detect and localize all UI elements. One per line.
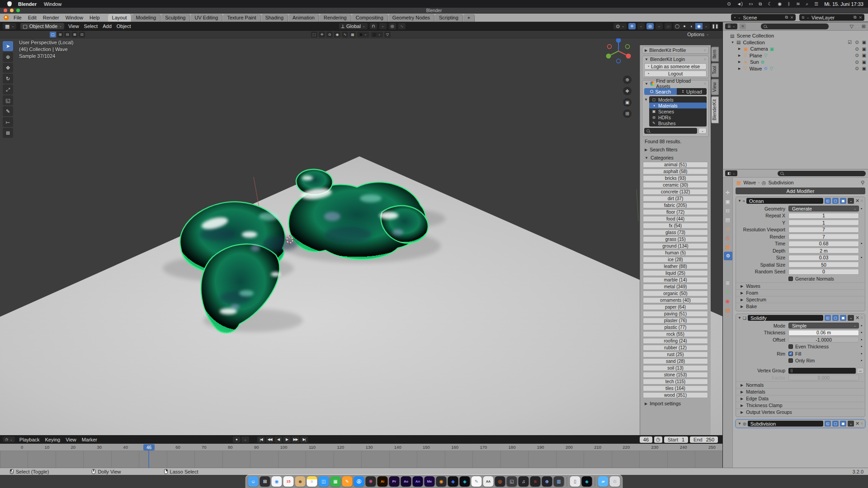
outliner-row[interactable]: ▶ ☀ Sun ⚙ ⊙ ▣ — [723, 59, 868, 66]
modifier-subpanel-header[interactable]: ▶Edge Data — [736, 395, 865, 402]
category-button[interactable]: dirt (37) — [643, 196, 708, 202]
category-button[interactable]: liquid (25) — [643, 270, 708, 276]
properties-tab-data[interactable]: ▽ — [723, 288, 732, 296]
property-value-field[interactable]: 7 — [788, 234, 859, 239]
asset-type-item[interactable]: ▢ Models — [649, 97, 707, 103]
modifier-extras-dropdown[interactable]: ⌄ — [848, 198, 854, 204]
outliner-filter-icon[interactable]: ⧅ — [740, 23, 746, 29]
category-button[interactable]: concrete (132) — [643, 189, 708, 195]
modifier-subpanel-header[interactable]: ▶Spectrum — [736, 296, 865, 303]
dock-app-notes[interactable]: ≡ — [307, 476, 317, 487]
dock-app-creative-cloud[interactable]: ❋ — [366, 476, 376, 487]
dock-app-audio[interactable]: ≈ — [530, 476, 541, 487]
generate-normals-checkbox[interactable] — [788, 277, 793, 281]
hide-eye-icon[interactable]: ⊙ — [855, 40, 859, 45]
category-button[interactable]: ceramic (30) — [643, 182, 708, 188]
workspace-tab[interactable]: Layout — [108, 14, 132, 22]
category-button[interactable]: ground (134) — [643, 243, 708, 249]
select-mode-extend-icon[interactable]: ⊞ — [57, 32, 63, 38]
blender-logo-icon[interactable] — [4, 15, 9, 20]
viewport-menu-item[interactable]: Add — [103, 23, 112, 29]
animate-dot[interactable]: • — [859, 255, 864, 260]
category-button[interactable]: glass (73) — [643, 230, 708, 235]
select-mode-invert-icon[interactable]: ⊠ — [71, 32, 78, 38]
blenderkit-profile-panel[interactable]: ▶BlenderKit Profile≡ — [642, 47, 709, 54]
topbar-menu-item[interactable]: Edit — [28, 15, 37, 20]
modifier-subpanel-header[interactable]: ▶Bake — [736, 303, 865, 310]
dock-app-iphone-mirroring[interactable]: ▯ — [570, 476, 580, 487]
outliner-search-input[interactable] — [761, 23, 829, 29]
category-button[interactable]: tech (115) — [643, 379, 708, 385]
workspace-tab[interactable]: Scripting — [435, 14, 463, 22]
asset-type-item[interactable]: ✎ Brushes — [649, 120, 707, 126]
category-button[interactable]: plastic (77) — [643, 324, 708, 330]
collection-checkbox[interactable]: ☑ — [848, 40, 852, 45]
dock-app-keynote[interactable]: ◫ — [319, 476, 329, 487]
asset-type-item[interactable]: ◍ HDRs — [649, 114, 707, 120]
modifier-header[interactable]: ▼❏ Solidify ◱ ▢ ▣ ⌄ ✕ ≡ — [736, 314, 865, 322]
outliner-row[interactable]: ▤ Scene Collection — [723, 33, 868, 39]
render-visibility-icon[interactable]: ▣ — [862, 66, 866, 71]
dock-app-illustrator[interactable]: Ai — [377, 476, 388, 487]
topbar-menu-item[interactable]: Help — [90, 15, 100, 20]
overlay-toggle-icon[interactable]: ⊙ — [326, 32, 333, 38]
login-as-someone-else-button[interactable]: ◔Login as someone else — [644, 63, 707, 70]
timeline-track[interactable] — [0, 451, 722, 468]
property-value-field[interactable]: 0.03 — [788, 255, 859, 261]
properties-tab-object[interactable]: ▦ — [723, 243, 732, 251]
asset-type-item[interactable]: ◑ Materials — [649, 103, 707, 108]
properties-tab-particles[interactable]: ∴ — [723, 261, 732, 269]
property-value-field[interactable]: 1 — [788, 220, 859, 225]
overlay-toggle-icon[interactable]: ◉ — [334, 32, 340, 38]
menubar-item-window[interactable]: Window — [44, 1, 61, 7]
viewport-menu-item[interactable]: View — [68, 23, 79, 29]
categories-header[interactable]: ▼Categories — [645, 155, 706, 160]
dock-app-blender[interactable]: ◉ — [436, 476, 447, 487]
dock-app-animate[interactable]: An — [413, 476, 423, 487]
workspace-tab[interactable]: Shading — [261, 14, 288, 22]
modifier-header[interactable]: ▼◎ Subdivision ◱ ▢ ▣ ⌄ ✕ ≡ — [736, 420, 865, 427]
modifier-subpanel-header[interactable]: ▶Output Vertex Groups — [736, 408, 865, 415]
tool-select-box[interactable]: ➤ — [3, 41, 13, 51]
dock-app-finder[interactable]: ☺ — [248, 476, 259, 487]
outliner-row[interactable]: ▶ ▽ Wave ⚙ ▽ ⊙ ▣ — [723, 66, 868, 72]
modifier-subpanel-header[interactable]: ▶Thickness Clamp — [736, 402, 865, 408]
editor-type-button[interactable]: ☰⌄ — [725, 23, 737, 29]
menubar-clock[interactable]: Mi. 15. Juni 17:33 — [824, 1, 863, 7]
property-value-field[interactable]: 50 — [788, 262, 859, 267]
apple-menu-icon[interactable] — [7, 1, 12, 6]
breadcrumb-object[interactable]: Wave — [743, 180, 756, 185]
control-center-icon[interactable]: ☰ — [814, 1, 818, 6]
dock-app-globe[interactable]: ⊕ — [542, 476, 552, 487]
playback-button[interactable]: ▶| — [300, 436, 308, 443]
properties-tab-world[interactable]: ◎ — [723, 234, 732, 242]
overlay-toggle-icon[interactable]: ∿ — [342, 32, 348, 38]
property-value-field[interactable]: 0.68 — [788, 241, 859, 247]
properties-tab-physics[interactable]: ◌ — [723, 270, 732, 278]
drag-handle-icon[interactable]: ≡ — [861, 199, 863, 203]
viewport-menu-item[interactable]: Object — [117, 23, 131, 29]
delete-modifier-icon[interactable]: ✕ — [855, 315, 859, 321]
modifier-subpanel-header[interactable]: ▶Normals — [736, 381, 865, 388]
workspace-tab[interactable]: Compositing — [352, 14, 388, 22]
shading-wireframe-icon[interactable]: ◯ — [674, 23, 681, 29]
dock-app-after-effects[interactable]: Ae — [401, 476, 411, 487]
dock-app-calendar[interactable]: 15 — [283, 476, 294, 487]
realtime-toggle-icon[interactable]: ▢ — [832, 315, 839, 321]
overlay-toggle-icon[interactable]: ✛ — [319, 32, 325, 38]
category-button[interactable]: rock (55) — [643, 331, 708, 337]
vertex-group-field[interactable]: ⣿ — [788, 368, 856, 374]
modifier-name-field[interactable]: Ocean — [746, 198, 823, 204]
dock-app-screenshot[interactable]: ◱ — [507, 476, 517, 487]
category-button[interactable]: grass (15) — [643, 236, 708, 242]
even-thickness-checkbox[interactable] — [788, 344, 793, 349]
camera-view-icon[interactable]: ▣ — [623, 98, 632, 107]
proportional-falloff-dropdown[interactable]: ∿ — [398, 23, 406, 29]
overlay-dropdown[interactable]: ◫⌄ — [371, 32, 383, 38]
dock-app-app-store[interactable]: Ⓐ — [354, 476, 364, 487]
import-settings-header[interactable]: ▶Import settings — [645, 401, 706, 406]
timeline-menu-item[interactable]: Playback — [19, 437, 40, 442]
render-toggle-icon[interactable]: ▣ — [840, 198, 846, 204]
category-button[interactable]: wood (351) — [643, 392, 708, 398]
property-value-field[interactable]: 7 — [788, 227, 859, 233]
